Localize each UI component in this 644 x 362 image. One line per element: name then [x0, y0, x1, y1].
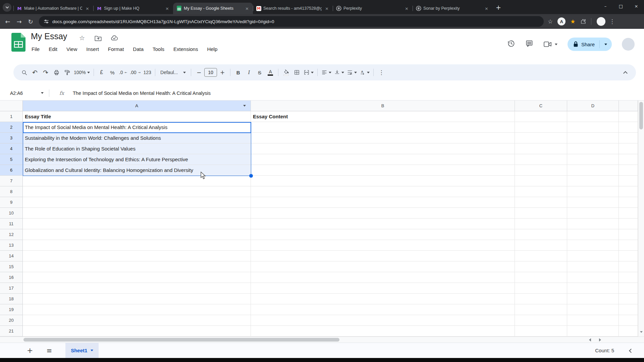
cell-E6[interactable] [619, 165, 638, 176]
extension-star-icon[interactable]: ★ [570, 18, 575, 25]
cell-E8[interactable] [619, 186, 638, 197]
cell-E4[interactable] [619, 143, 638, 154]
row-header-1[interactable]: 1 [0, 111, 23, 122]
cell-A20[interactable] [23, 315, 251, 326]
cell-B14[interactable] [251, 251, 515, 261]
vertical-align-button[interactable] [333, 67, 345, 78]
meet-video-button[interactable] [543, 41, 557, 48]
close-window-button[interactable]: × [629, 0, 644, 12]
paint-format-icon[interactable] [62, 67, 72, 78]
cell-E16[interactable] [619, 272, 638, 283]
close-icon[interactable]: × [244, 6, 250, 11]
formula-input[interactable]: The Impact of Social Media on Mental Hea… [73, 90, 211, 96]
reload-icon[interactable]: ↻ [25, 18, 36, 25]
row-header-17[interactable]: 17 [0, 283, 23, 294]
cloud-saved-icon[interactable] [111, 35, 118, 43]
cell-E3[interactable] [619, 133, 638, 143]
cell-D13[interactable] [567, 240, 619, 251]
cell-C6[interactable] [515, 165, 567, 176]
cell-C13[interactable] [515, 240, 567, 251]
collapse-toolbar-button[interactable] [620, 67, 631, 78]
row-header-16[interactable]: 16 [0, 272, 23, 283]
cell-D1[interactable] [567, 111, 619, 122]
grid-corner[interactable] [0, 101, 23, 111]
row-header-8[interactable]: 8 [0, 186, 23, 197]
move-to-folder-icon[interactable] [95, 35, 102, 43]
cell-C14[interactable] [515, 251, 567, 261]
cell-A2[interactable]: The Impact of Social Media on Mental Hea… [23, 122, 251, 133]
decrease-decimal-button[interactable]: .0← [118, 67, 128, 78]
undo-icon[interactable]: ↶ [30, 67, 40, 78]
new-tab-button[interactable]: + [496, 4, 501, 11]
close-icon[interactable]: × [404, 6, 410, 11]
cell-D19[interactable] [567, 304, 619, 315]
cell-A11[interactable] [23, 219, 251, 229]
cell-B16[interactable] [251, 272, 515, 283]
menu-format[interactable]: Format [108, 46, 124, 52]
cell-C17[interactable] [515, 283, 567, 294]
cell-A15[interactable] [23, 261, 251, 272]
scroll-down-icon[interactable] [640, 331, 643, 333]
cell-C21[interactable] [515, 326, 567, 337]
cell-A13[interactable] [23, 240, 251, 251]
column-dropdown-icon[interactable] [243, 105, 246, 107]
row-header-4[interactable]: 4 [0, 143, 23, 154]
cell-D12[interactable] [567, 229, 619, 240]
close-icon[interactable]: × [84, 6, 91, 11]
cell-B1[interactable]: Essay Content [251, 111, 515, 122]
share-dropdown[interactable] [599, 40, 612, 48]
cell-A1[interactable]: Essay Title [23, 111, 251, 122]
comments-icon[interactable] [525, 40, 533, 49]
fill-handle[interactable] [249, 174, 253, 178]
cell-C9[interactable] [515, 197, 567, 208]
text-wrap-button[interactable] [345, 67, 358, 78]
print-icon[interactable] [51, 67, 62, 78]
row-header-9[interactable]: 9 [0, 197, 23, 208]
menu-help[interactable]: Help [207, 46, 217, 52]
cell-C20[interactable] [515, 315, 567, 326]
row-header-3[interactable]: 3 [0, 133, 23, 143]
cell-E5[interactable] [619, 154, 638, 165]
horizontal-scrollbar-thumb[interactable] [23, 338, 339, 342]
cell-B12[interactable] [251, 229, 515, 240]
cell-C19[interactable] [515, 304, 567, 315]
row-header-18[interactable]: 18 [0, 294, 23, 304]
cell-D17[interactable] [567, 283, 619, 294]
cell-C18[interactable] [515, 294, 567, 304]
scroll-right-icon[interactable] [599, 338, 601, 342]
font-select[interactable]: Defaul... [158, 67, 189, 78]
row-header-12[interactable]: 12 [0, 229, 23, 240]
tab-my-essay-sheets[interactable]: My Essay - Google Sheets × [173, 3, 253, 14]
cell-E11[interactable] [619, 219, 638, 229]
row-header-13[interactable]: 13 [0, 240, 23, 251]
cell-D10[interactable] [567, 208, 619, 219]
row-header-20[interactable]: 20 [0, 315, 23, 326]
cell-A7[interactable] [23, 176, 251, 186]
spreadsheet-grid[interactable]: ABCD1Essay TitleEssay Content2The Impact… [0, 101, 638, 337]
expand-panel-button[interactable] [630, 348, 633, 354]
cell-B6[interactable] [251, 165, 515, 176]
cell-A17[interactable] [23, 283, 251, 294]
menu-file[interactable]: File [32, 46, 40, 52]
search-icon[interactable] [19, 67, 30, 78]
cell-D6[interactable] [567, 165, 619, 176]
version-history-icon[interactable] [507, 40, 515, 49]
cell-B18[interactable] [251, 294, 515, 304]
browser-profile-avatar[interactable] [597, 17, 605, 26]
browser-menu-icon[interactable]: ⋮ [609, 18, 615, 25]
cell-B20[interactable] [251, 315, 515, 326]
row-header-11[interactable]: 11 [0, 219, 23, 229]
row-header-21[interactable]: 21 [0, 326, 23, 337]
column-header-B[interactable]: B [251, 101, 515, 111]
tab-make-signup[interactable]: M Sign up | Make HQ × [93, 3, 173, 14]
horizontal-scrollbar[interactable] [0, 337, 644, 343]
zoom-select[interactable]: 100% [72, 67, 91, 78]
vertical-scrollbar-thumb[interactable] [639, 102, 643, 129]
strikethrough-button[interactable]: S [254, 67, 265, 78]
cell-B19[interactable] [251, 304, 515, 315]
cell-B13[interactable] [251, 240, 515, 251]
tab-sonar-perplexity[interactable]: Sonar by Perplexity × [413, 3, 492, 14]
bookmark-star-icon[interactable]: ☆ [548, 18, 553, 25]
extensions-puzzle-icon[interactable] [580, 18, 586, 24]
cell-D18[interactable] [567, 294, 619, 304]
